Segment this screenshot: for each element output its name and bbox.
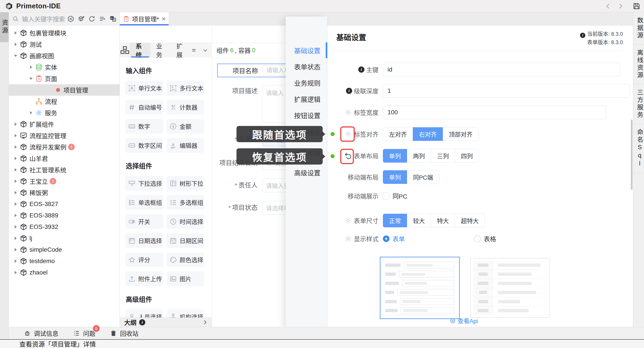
table-style-preview[interactable] bbox=[470, 258, 550, 318]
expand-right-icon[interactable] bbox=[13, 235, 18, 241]
settings-menu-item-业务规则[interactable]: 业务规则 bbox=[286, 75, 327, 91]
component-chip-时间选择[interactable]: 时间选择 bbox=[166, 214, 204, 229]
segment-option-右对齐[interactable]: 右对齐 bbox=[413, 127, 443, 141]
expand-right-icon[interactable] bbox=[13, 270, 18, 275]
segment-option-正常[interactable]: 正常 bbox=[383, 214, 407, 227]
chevron-right-icon[interactable] bbox=[202, 320, 208, 325]
tree-item-13[interactable]: 社工管理系统 bbox=[9, 164, 120, 175]
segment-option-四列[interactable]: 四列 bbox=[455, 149, 479, 163]
component-chip-数字[interactable]: 123数字 bbox=[125, 119, 163, 134]
tree-item-4[interactable]: 实体 bbox=[9, 61, 120, 73]
expand-right-icon[interactable] bbox=[13, 41, 18, 47]
grid-icon[interactable] bbox=[120, 43, 130, 57]
settings-input-主键[interactable] bbox=[383, 63, 620, 76]
right-rail-tab-命名Sql[interactable]: 命名Sql bbox=[633, 124, 644, 173]
expand-down-icon[interactable] bbox=[28, 76, 34, 81]
component-chip-图片[interactable]: 图片 bbox=[166, 271, 204, 286]
segment-option-左对齐[interactable]: 左对齐 bbox=[383, 127, 413, 141]
tab-close-icon[interactable]: × bbox=[162, 15, 166, 23]
expand-right-icon[interactable] bbox=[13, 133, 18, 139]
expand-right-icon[interactable] bbox=[28, 110, 34, 116]
nav-back-icon[interactable] bbox=[605, 3, 612, 9]
component-chip-单行文本[interactable]: A单行文本 bbox=[125, 81, 163, 95]
expand-right-icon[interactable] bbox=[13, 190, 18, 195]
settings-input-标签宽度[interactable] bbox=[383, 106, 606, 119]
tree-item-16[interactable]: EOS-3827 bbox=[9, 198, 120, 210]
chevron-down-icon[interactable] bbox=[202, 47, 208, 53]
component-chip-金额[interactable]: ¥金额 bbox=[166, 119, 204, 134]
component-chip-评分[interactable]: 评分 bbox=[125, 252, 163, 267]
tree-item-1[interactable]: 包裹管理模块 bbox=[9, 27, 120, 39]
component-chip-机构选择[interactable]: 机构选择 bbox=[166, 309, 204, 318]
segment-option-较大[interactable]: 较大 bbox=[407, 214, 431, 227]
save-icon[interactable] bbox=[632, 2, 640, 10]
refresh-icon[interactable] bbox=[88, 15, 96, 22]
radio-group-表格[interactable]: 表格 bbox=[474, 234, 496, 243]
right-rail-tab-三方服务[interactable]: 三方服务 bbox=[633, 84, 644, 124]
view-api-link[interactable]: 查看Api bbox=[450, 316, 478, 325]
tree-item-22[interactable]: zhaoel bbox=[9, 267, 120, 278]
expand-right-icon[interactable] bbox=[13, 213, 18, 218]
expand-down-icon[interactable] bbox=[13, 53, 18, 59]
settings-input-级联深度[interactable] bbox=[383, 84, 630, 98]
nav-forward-icon[interactable] bbox=[617, 3, 624, 9]
tree-item-14[interactable]: 王宝立! bbox=[9, 175, 120, 187]
tree-item-10[interactable]: 流程监控管理 bbox=[9, 130, 120, 141]
bottom-bar-问题[interactable]: 问题6 bbox=[73, 329, 96, 338]
radio-group-表单[interactable]: 表单 bbox=[383, 234, 405, 243]
rail-tab-resources[interactable]: 资源 bbox=[0, 12, 9, 42]
segment-option-单列[interactable]: 单列 bbox=[383, 149, 407, 163]
expand-right-icon[interactable] bbox=[13, 30, 18, 36]
settings-menu-item-表单状态[interactable]: 表单状态 bbox=[286, 59, 327, 74]
segment-option-超特大[interactable]: 超特大 bbox=[455, 214, 485, 227]
box-add-icon[interactable] bbox=[78, 15, 85, 22]
tree-item-19[interactable]: lj bbox=[9, 233, 120, 244]
component-chip-日期区间[interactable]: 日期区间 bbox=[166, 233, 204, 248]
segment-option-特大[interactable]: 特大 bbox=[431, 214, 455, 227]
checkbox-同PC[interactable] bbox=[383, 193, 390, 199]
tree-item-8[interactable]: 服务 bbox=[9, 107, 120, 119]
component-chip-下拉选择[interactable]: 下拉选择 bbox=[125, 176, 163, 191]
segment-option-两列[interactable]: 两列 bbox=[407, 149, 431, 163]
tree-item-7[interactable]: 流程 bbox=[9, 96, 120, 107]
ai-icon[interactable]: AI bbox=[67, 15, 74, 22]
component-chip-多选框组[interactable]: 多选框组 bbox=[166, 195, 204, 210]
expand-right-icon[interactable] bbox=[13, 156, 18, 161]
settings-menu-item-按钮设置[interactable]: 按钮设置 bbox=[286, 107, 327, 123]
expand-right-icon[interactable] bbox=[13, 247, 18, 253]
expand-right-icon[interactable] bbox=[13, 144, 18, 150]
outline-bar[interactable]: 大纲 i bbox=[120, 318, 212, 327]
tree-item-6[interactable]: 项目管理 bbox=[9, 84, 120, 96]
component-chip-数字区间[interactable]: 数字区间 bbox=[125, 138, 163, 153]
sort-list-icon[interactable] bbox=[99, 15, 106, 22]
bottom-bar-调试信息[interactable]: 调试信息 bbox=[24, 329, 58, 338]
search-input[interactable]: 输入关键字搜索 bbox=[22, 14, 65, 23]
component-chip-人员选择[interactable]: 人员选择 bbox=[125, 309, 163, 318]
component-chip-树形下拉[interactable]: 树形下拉 bbox=[166, 176, 204, 191]
scrollbar-thumb[interactable] bbox=[631, 120, 632, 190]
component-chip-颜色选择[interactable]: 颜色选择 bbox=[166, 252, 204, 267]
tree-item-17[interactable]: EOS-3889 bbox=[9, 210, 120, 221]
translate-icon[interactable]: En文 bbox=[110, 15, 116, 22]
right-rail-tab-离线资源[interactable]: 离线资源 bbox=[633, 44, 644, 84]
form-style-preview-selected[interactable] bbox=[380, 257, 460, 319]
tree-item-5[interactable]: 页面 bbox=[9, 73, 120, 84]
segment-option-顶部对齐[interactable]: 顶部对齐 bbox=[443, 127, 479, 141]
tree-item-9[interactable]: 扩展组件 bbox=[9, 119, 120, 130]
segment-option-三列[interactable]: 三列 bbox=[431, 149, 455, 163]
expand-right-icon[interactable] bbox=[13, 258, 18, 264]
expand-right-icon[interactable] bbox=[13, 178, 18, 184]
component-chip-开关[interactable]: 开关 bbox=[125, 214, 163, 229]
component-chip-多行文本[interactable]: A多行文本 bbox=[166, 81, 204, 95]
palette-tab-系统[interactable]: 系统 bbox=[130, 43, 150, 57]
right-rail-tab-数据源[interactable]: 数据源 bbox=[633, 12, 644, 44]
expand-right-icon[interactable] bbox=[13, 201, 18, 207]
tree-item-21[interactable]: testdemo bbox=[9, 255, 120, 267]
tree-item-12[interactable]: 山羊君 bbox=[9, 153, 120, 164]
component-chip-附件上传[interactable]: 附件上传 bbox=[125, 271, 163, 286]
settings-menu-item-扩展逻辑[interactable]: 扩展逻辑 bbox=[286, 91, 327, 107]
menu-eq-icon[interactable] bbox=[191, 47, 197, 53]
tree-item-11[interactable]: 流程开发案例! bbox=[9, 141, 120, 153]
segment-option-同PC端[interactable]: 同PC端 bbox=[407, 170, 439, 184]
tree-item-3[interactable]: 画廊视图 bbox=[9, 50, 120, 61]
